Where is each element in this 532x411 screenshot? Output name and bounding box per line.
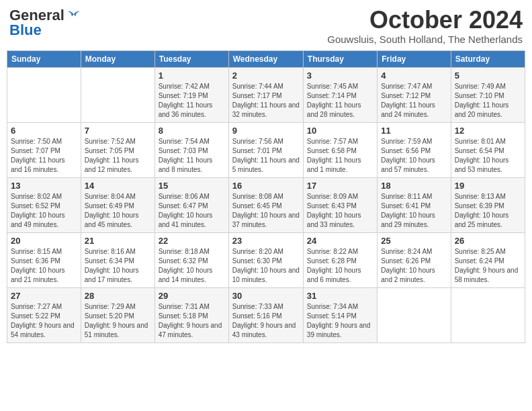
day-detail: Sunrise: 7:59 AM Sunset: 6:56 PM Dayligh… [381, 137, 447, 175]
calendar-cell: 29Sunrise: 7:31 AM Sunset: 5:18 PM Dayli… [154, 287, 228, 342]
day-number: 5 [455, 71, 521, 81]
calendar-cell: 21Sunrise: 8:16 AM Sunset: 6:34 PM Dayli… [81, 232, 154, 287]
weekday-header-tuesday: Tuesday [154, 50, 228, 67]
calendar-cell [81, 67, 154, 122]
day-number: 11 [381, 126, 447, 136]
calendar-cell: 1Sunrise: 7:42 AM Sunset: 7:19 PM Daylig… [154, 67, 228, 122]
calendar-cell: 30Sunrise: 7:33 AM Sunset: 5:16 PM Dayli… [228, 287, 303, 342]
calendar-week-row: 20Sunrise: 8:15 AM Sunset: 6:36 PM Dayli… [7, 232, 525, 287]
day-detail: Sunrise: 8:16 AM Sunset: 6:34 PM Dayligh… [85, 247, 151, 285]
day-number: 16 [232, 181, 300, 191]
day-number: 17 [307, 181, 373, 191]
logo: General Blue [9, 7, 81, 39]
calendar-cell: 6Sunrise: 7:50 AM Sunset: 7:07 PM Daylig… [7, 122, 81, 177]
day-number: 4 [381, 71, 447, 81]
day-number: 1 [159, 71, 225, 81]
day-number: 30 [232, 291, 300, 301]
weekday-header-monday: Monday [81, 50, 154, 67]
day-detail: Sunrise: 8:02 AM Sunset: 6:52 PM Dayligh… [11, 192, 77, 230]
weekday-header-wednesday: Wednesday [228, 50, 303, 67]
day-number: 25 [381, 236, 447, 246]
weekday-header-saturday: Saturday [451, 50, 525, 67]
calendar-cell: 20Sunrise: 8:15 AM Sunset: 6:36 PM Dayli… [7, 232, 81, 287]
calendar-cell: 13Sunrise: 8:02 AM Sunset: 6:52 PM Dayli… [7, 177, 81, 232]
day-detail: Sunrise: 8:18 AM Sunset: 6:32 PM Dayligh… [159, 247, 225, 285]
day-detail: Sunrise: 7:44 AM Sunset: 7:17 PM Dayligh… [232, 82, 300, 120]
day-number: 13 [11, 181, 77, 191]
calendar-cell: 31Sunrise: 7:34 AM Sunset: 5:14 PM Dayli… [303, 287, 377, 342]
calendar-cell: 15Sunrise: 8:06 AM Sunset: 6:47 PM Dayli… [154, 177, 228, 232]
calendar-cell: 3Sunrise: 7:45 AM Sunset: 7:14 PM Daylig… [303, 67, 377, 122]
day-number: 29 [159, 291, 225, 301]
day-detail: Sunrise: 8:22 AM Sunset: 6:28 PM Dayligh… [307, 247, 373, 285]
day-number: 26 [455, 236, 521, 246]
day-number: 3 [307, 71, 373, 81]
calendar-cell: 10Sunrise: 7:57 AM Sunset: 6:58 PM Dayli… [303, 122, 377, 177]
calendar-cell: 4Sunrise: 7:47 AM Sunset: 7:12 PM Daylig… [378, 67, 451, 122]
day-detail: Sunrise: 7:47 AM Sunset: 7:12 PM Dayligh… [381, 82, 447, 120]
day-detail: Sunrise: 8:20 AM Sunset: 6:30 PM Dayligh… [232, 247, 300, 285]
day-number: 14 [85, 181, 151, 191]
calendar-cell: 24Sunrise: 8:22 AM Sunset: 6:28 PM Dayli… [303, 232, 377, 287]
calendar-cell: 8Sunrise: 7:54 AM Sunset: 7:03 PM Daylig… [154, 122, 228, 177]
day-detail: Sunrise: 8:06 AM Sunset: 6:47 PM Dayligh… [159, 192, 225, 230]
day-detail: Sunrise: 7:54 AM Sunset: 7:03 PM Dayligh… [159, 137, 225, 175]
day-number: 27 [11, 291, 77, 301]
calendar-cell: 5Sunrise: 7:49 AM Sunset: 7:10 PM Daylig… [451, 67, 525, 122]
day-number: 31 [307, 291, 373, 301]
day-number: 9 [232, 126, 300, 136]
calendar-cell: 26Sunrise: 8:25 AM Sunset: 6:24 PM Dayli… [451, 232, 525, 287]
day-detail: Sunrise: 7:49 AM Sunset: 7:10 PM Dayligh… [455, 82, 521, 120]
day-number: 24 [307, 236, 373, 246]
month-title: October 2024 [327, 7, 523, 34]
weekday-header-thursday: Thursday [303, 50, 377, 67]
calendar-cell: 27Sunrise: 7:27 AM Sunset: 5:22 PM Dayli… [7, 287, 81, 342]
day-detail: Sunrise: 7:50 AM Sunset: 7:07 PM Dayligh… [11, 137, 77, 175]
calendar-cell: 17Sunrise: 8:09 AM Sunset: 6:43 PM Dayli… [303, 177, 377, 232]
day-detail: Sunrise: 8:15 AM Sunset: 6:36 PM Dayligh… [11, 247, 77, 285]
calendar-cell: 11Sunrise: 7:59 AM Sunset: 6:56 PM Dayli… [378, 122, 451, 177]
calendar-week-row: 13Sunrise: 8:02 AM Sunset: 6:52 PM Dayli… [7, 177, 525, 232]
calendar-cell: 16Sunrise: 8:08 AM Sunset: 6:45 PM Dayli… [228, 177, 303, 232]
day-detail: Sunrise: 7:27 AM Sunset: 5:22 PM Dayligh… [11, 302, 77, 340]
day-detail: Sunrise: 8:11 AM Sunset: 6:41 PM Dayligh… [381, 192, 447, 230]
day-number: 18 [381, 181, 447, 191]
day-number: 2 [232, 71, 300, 81]
day-number: 8 [159, 126, 225, 136]
location-subtitle: Gouwsluis, South Holland, The Netherland… [327, 34, 523, 45]
day-number: 19 [455, 181, 521, 191]
day-detail: Sunrise: 7:52 AM Sunset: 7:05 PM Dayligh… [85, 137, 151, 175]
calendar-cell: 22Sunrise: 8:18 AM Sunset: 6:32 PM Dayli… [154, 232, 228, 287]
weekday-header-sunday: Sunday [7, 50, 81, 67]
calendar-week-row: 27Sunrise: 7:27 AM Sunset: 5:22 PM Dayli… [7, 287, 525, 342]
calendar-cell: 23Sunrise: 8:20 AM Sunset: 6:30 PM Dayli… [228, 232, 303, 287]
calendar-cell: 12Sunrise: 8:01 AM Sunset: 6:54 PM Dayli… [451, 122, 525, 177]
day-detail: Sunrise: 7:31 AM Sunset: 5:18 PM Dayligh… [159, 302, 225, 340]
calendar-cell: 9Sunrise: 7:56 AM Sunset: 7:01 PM Daylig… [228, 122, 303, 177]
day-number: 21 [85, 236, 151, 246]
calendar-cell: 14Sunrise: 8:04 AM Sunset: 6:49 PM Dayli… [81, 177, 154, 232]
day-number: 23 [232, 236, 300, 246]
calendar-cell: 18Sunrise: 8:11 AM Sunset: 6:41 PM Dayli… [378, 177, 451, 232]
calendar-cell: 19Sunrise: 8:13 AM Sunset: 6:39 PM Dayli… [451, 177, 525, 232]
logo-bird-icon [66, 9, 81, 21]
day-detail: Sunrise: 8:09 AM Sunset: 6:43 PM Dayligh… [307, 192, 373, 230]
day-detail: Sunrise: 8:24 AM Sunset: 6:26 PM Dayligh… [381, 247, 447, 285]
day-detail: Sunrise: 7:56 AM Sunset: 7:01 PM Dayligh… [232, 137, 300, 175]
day-detail: Sunrise: 8:08 AM Sunset: 6:45 PM Dayligh… [232, 192, 300, 230]
day-detail: Sunrise: 7:29 AM Sunset: 5:20 PM Dayligh… [85, 302, 151, 340]
weekday-header-friday: Friday [378, 50, 451, 67]
day-detail: Sunrise: 7:57 AM Sunset: 6:58 PM Dayligh… [307, 137, 373, 175]
calendar-week-row: 1Sunrise: 7:42 AM Sunset: 7:19 PM Daylig… [7, 67, 525, 122]
day-detail: Sunrise: 7:45 AM Sunset: 7:14 PM Dayligh… [307, 82, 373, 120]
day-number: 10 [307, 126, 373, 136]
day-number: 22 [159, 236, 225, 246]
day-number: 20 [11, 236, 77, 246]
day-detail: Sunrise: 8:01 AM Sunset: 6:54 PM Dayligh… [455, 137, 521, 175]
calendar-table: SundayMondayTuesdayWednesdayThursdayFrid… [7, 50, 525, 343]
logo-blue-text: Blue [9, 21, 42, 39]
day-number: 6 [11, 126, 77, 136]
day-number: 7 [85, 126, 151, 136]
day-number: 12 [455, 126, 521, 136]
day-detail: Sunrise: 7:33 AM Sunset: 5:16 PM Dayligh… [232, 302, 300, 340]
